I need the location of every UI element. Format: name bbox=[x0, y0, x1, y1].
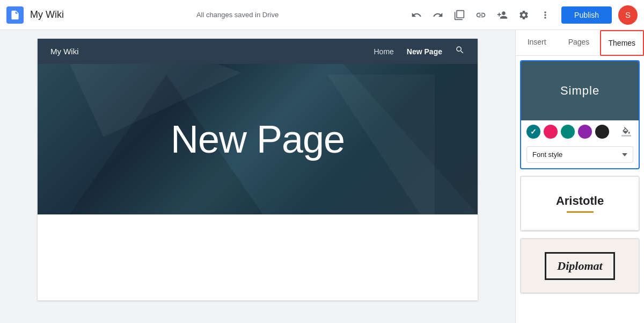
undo-button[interactable] bbox=[407, 5, 426, 25]
site-name: My Wiki bbox=[50, 47, 79, 56]
save-status: All changes saved in Drive bbox=[196, 11, 279, 19]
view-button[interactable] bbox=[450, 5, 469, 25]
share-button[interactable] bbox=[493, 5, 512, 25]
page-preview: My Wiki Home New Page bbox=[38, 39, 478, 300]
theme-simple-card[interactable]: Simple Font style bbox=[520, 60, 640, 169]
toolbar: My Wiki All changes saved in Drive Publi… bbox=[0, 0, 644, 30]
nav-links: Home New Page bbox=[374, 45, 465, 58]
color-teal[interactable] bbox=[526, 125, 540, 139]
theme-diplomat-preview: Diplomat bbox=[521, 239, 639, 293]
page-nav: My Wiki Home New Page bbox=[38, 39, 478, 64]
canvas-area: My Wiki Home New Page bbox=[0, 30, 515, 323]
toolbar-center: All changes saved in Drive bbox=[72, 11, 402, 19]
paint-bucket-icon[interactable] bbox=[619, 125, 633, 139]
theme-diplomat-label: Diplomat bbox=[557, 259, 602, 272]
themes-panel: Simple Font style bbox=[516, 56, 644, 323]
publish-button[interactable]: Publish bbox=[561, 6, 612, 24]
nav-active[interactable]: New Page bbox=[407, 47, 442, 56]
app-logo[interactable] bbox=[6, 6, 24, 24]
theme-simple-preview: Simple bbox=[521, 61, 639, 120]
color-pink[interactable] bbox=[544, 125, 558, 139]
theme-aristotle-label: Aristotle bbox=[556, 194, 604, 208]
right-panel: Insert Pages Themes Simple bbox=[515, 30, 644, 323]
nav-home[interactable]: Home bbox=[374, 47, 394, 56]
tab-pages[interactable]: Pages bbox=[558, 30, 599, 56]
search-icon[interactable] bbox=[455, 45, 465, 58]
page-title: New Page bbox=[171, 117, 345, 161]
main-area: My Wiki Home New Page bbox=[0, 30, 644, 323]
redo-button[interactable] bbox=[428, 5, 448, 25]
theme-simple-label: Simple bbox=[560, 84, 599, 98]
color-dark[interactable] bbox=[595, 125, 609, 139]
color-green[interactable] bbox=[561, 125, 575, 139]
tab-themes[interactable]: Themes bbox=[600, 30, 644, 56]
page-body bbox=[38, 214, 478, 300]
theme-colors bbox=[521, 120, 639, 143]
aristotle-underline bbox=[567, 211, 594, 213]
theme-aristotle-preview: Aristotle bbox=[521, 177, 639, 231]
link-button[interactable] bbox=[471, 5, 491, 25]
more-button[interactable] bbox=[536, 5, 555, 25]
avatar[interactable]: S bbox=[618, 5, 638, 25]
settings-button[interactable] bbox=[514, 5, 533, 25]
font-style-select[interactable]: Font style bbox=[526, 146, 633, 163]
panel-tabs: Insert Pages Themes bbox=[516, 30, 644, 56]
diplomat-box: Diplomat bbox=[545, 252, 614, 280]
page-hero: New Page bbox=[38, 64, 478, 214]
font-style-row: Font style bbox=[521, 143, 639, 168]
toolbar-icons: Publish S bbox=[407, 5, 638, 25]
hero-tri4 bbox=[343, 64, 478, 214]
app-title: My Wiki bbox=[30, 9, 64, 20]
color-purple[interactable] bbox=[578, 125, 592, 139]
page-header: My Wiki Home New Page bbox=[38, 39, 478, 214]
tab-insert[interactable]: Insert bbox=[516, 30, 558, 56]
theme-diplomat-card[interactable]: Diplomat bbox=[520, 238, 640, 294]
theme-aristotle-card[interactable]: Aristotle bbox=[520, 176, 640, 232]
